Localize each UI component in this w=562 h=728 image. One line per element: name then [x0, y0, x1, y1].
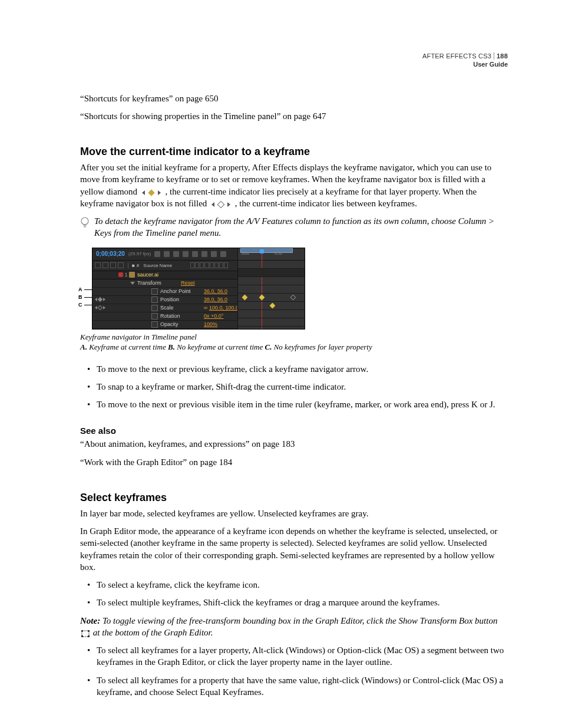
property-value[interactable]: 0x +0.0°: [204, 313, 223, 319]
switch-icon[interactable]: [214, 262, 219, 268]
stopwatch-icon[interactable]: [151, 313, 158, 319]
chain-link-icon[interactable]: ∞: [204, 305, 207, 311]
text-run: , the current-time indicator lies betwee…: [235, 199, 417, 208]
bullet-list: To select a keyframe, click the keyframe…: [87, 579, 509, 609]
source-name-header[interactable]: Source Name: [143, 263, 172, 268]
keyframe-diamond-empty-icon[interactable]: [98, 305, 103, 310]
track-row-position: [238, 294, 305, 302]
track-row-scale: [238, 302, 305, 310]
svg-marker-3: [211, 202, 214, 207]
tip-block: To detach the keyframe navigator from th…: [80, 215, 509, 239]
property-name[interactable]: Rotation: [160, 313, 204, 319]
property-value[interactable]: 100%: [204, 321, 217, 327]
av-features-icon[interactable]: [95, 262, 101, 268]
track-row: [238, 310, 305, 318]
keyframe-icon[interactable]: [290, 294, 296, 300]
keyframe-navigator[interactable]: [95, 306, 118, 309]
svg-rect-8: [81, 630, 83, 632]
toolbar-icon[interactable]: [211, 251, 217, 257]
svg-rect-9: [88, 630, 90, 632]
twirl-down-icon[interactable]: [130, 282, 135, 285]
svg-point-6: [81, 218, 88, 225]
property-name[interactable]: Anchor Point: [160, 288, 204, 294]
caption-title: Keyframe navigator in Timeline panel: [80, 332, 197, 341]
svg-rect-10: [81, 635, 83, 637]
note-block: Note: To toggle viewing of the free-tran…: [80, 615, 509, 639]
track-row: [238, 261, 305, 269]
caption-label-b: B.: [168, 342, 175, 351]
reset-link[interactable]: Reset: [181, 280, 195, 286]
toolbar-icon[interactable]: [201, 251, 207, 257]
caption-text-c: No keyframes for layer property: [272, 342, 372, 351]
stopwatch-icon[interactable]: [151, 288, 158, 295]
next-keyframe-arrow-icon[interactable]: [103, 298, 105, 301]
see-also-heading: See also: [80, 426, 509, 436]
toolbar-icon[interactable]: [173, 251, 179, 257]
label-color-icon[interactable]: [118, 272, 123, 277]
body-paragraph: In Graph Editor mode, the appearance of …: [80, 525, 509, 573]
page-number: 188: [494, 52, 508, 60]
current-time-display[interactable]: 0;00;03;20: [96, 251, 125, 257]
note-text: at the bottom of the Graph Editor.: [93, 628, 213, 637]
note-label: Note:: [80, 616, 100, 625]
time-ruler[interactable]: :00s 05s: [238, 248, 305, 261]
switch-icon[interactable]: [200, 262, 204, 268]
switch-icon[interactable]: [190, 262, 194, 268]
keyframe-navigator[interactable]: [95, 298, 118, 301]
svg-rect-1: [148, 189, 154, 196]
timeline-figure: A B C :00s 05s: [80, 248, 509, 330]
av-features-icon[interactable]: [110, 262, 116, 268]
property-name[interactable]: Opacity: [160, 321, 204, 327]
keyframe-icon[interactable]: [270, 302, 276, 308]
keyframe-icon[interactable]: [242, 294, 248, 300]
label-col-icon[interactable]: ■: [128, 263, 135, 268]
track-row: [238, 318, 305, 327]
timeline-track-area: :00s 05s: [237, 248, 305, 329]
property-name[interactable]: Scale: [160, 305, 204, 311]
section-heading-move: Move the current-time indicator to a key…: [80, 146, 509, 158]
toolbar-icon[interactable]: [220, 251, 226, 257]
toolbar-icon[interactable]: [164, 251, 170, 257]
bullet-list: To move to the next or previous keyframe…: [87, 363, 509, 411]
switch-icon[interactable]: [224, 262, 228, 268]
property-name[interactable]: Position: [160, 297, 204, 302]
switch-icon[interactable]: [195, 262, 199, 268]
av-features-icon[interactable]: [103, 262, 108, 268]
prev-keyframe-arrow-icon[interactable]: [95, 306, 97, 309]
keyframe-icon[interactable]: [259, 294, 265, 300]
next-keyframe-arrow-icon[interactable]: [103, 306, 105, 309]
ruler-label: 05s: [275, 251, 282, 256]
list-item: To move to the next or previous keyframe…: [87, 363, 509, 375]
property-value[interactable]: 38.0, 36.0: [204, 297, 227, 302]
keyframe-navigator-filled-icon: [141, 189, 162, 196]
toolbar-icon[interactable]: [183, 251, 189, 257]
track-row: [238, 285, 305, 294]
list-item: To select multiple keyframes, Shift-clic…: [87, 597, 509, 608]
index-col-header[interactable]: #: [137, 263, 139, 268]
stopwatch-icon[interactable]: [151, 321, 158, 328]
toolbar-icon[interactable]: [192, 251, 198, 257]
svg-marker-0: [142, 190, 145, 195]
layer-name[interactable]: saucer.ai: [135, 272, 158, 278]
switch-icon[interactable]: [204, 262, 209, 268]
doc-type: User Guide: [473, 61, 508, 68]
property-value[interactable]: 36.0, 36.0: [204, 288, 227, 294]
xref-link: “Work with the Graph Editor” on page 184: [80, 456, 509, 468]
toolbar-icon[interactable]: [154, 251, 160, 257]
callout-b: B: [78, 294, 82, 300]
lightbulb-icon: [80, 216, 90, 229]
figure-caption: Keyframe navigator in Timeline panel A. …: [80, 332, 509, 353]
svg-marker-2: [158, 190, 161, 195]
stopwatch-icon[interactable]: [151, 297, 158, 303]
keyframe-diamond-filled-icon[interactable]: [98, 297, 103, 302]
switch-icon[interactable]: [210, 262, 214, 268]
stopwatch-icon[interactable]: [151, 305, 158, 311]
caption-text-b: No keyframe at current time: [175, 342, 265, 351]
show-transform-box-icon: [81, 630, 90, 637]
product-name: AFTER EFFECTS CS3: [422, 52, 491, 60]
prev-keyframe-arrow-icon[interactable]: [95, 298, 97, 301]
av-features-icon[interactable]: [118, 262, 124, 268]
switch-icon[interactable]: [219, 262, 223, 268]
fps-display: (29.97 fps): [128, 251, 151, 256]
body-paragraph: After you set the initial keyframe for a…: [80, 162, 509, 209]
